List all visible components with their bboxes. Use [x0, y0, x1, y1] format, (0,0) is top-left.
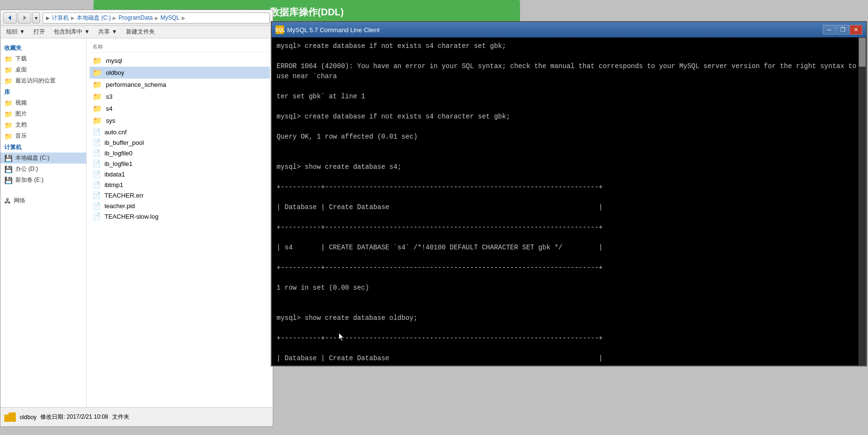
mysql-titlebar: SQL MySQL 5.7 Command Line Client ─ ❐ ✕ — [272, 22, 866, 37]
file-explorer-sidebar: 收藏夹 📁 下载 📁 桌面 📁 最近访问的位置 库 📁 视频 📁 图片 — [0, 38, 87, 416]
sidebar-item-documents[interactable]: 📁 文档 — [0, 119, 86, 130]
menu-organize[interactable]: 组织 ▼ — [4, 27, 27, 37]
list-item[interactable]: 📄 ib_logfile1 — [90, 158, 270, 169]
network-icon: 🖧 — [4, 197, 11, 205]
sidebar-section-favorites: 收藏夹 — [0, 42, 86, 53]
folder-icon: 📁 — [93, 116, 102, 125]
menu-open[interactable]: 打开 — [32, 27, 47, 37]
terminal-line: +----------+----------------------------… — [277, 223, 861, 233]
file-label: ib_logfile0 — [104, 150, 133, 157]
file-doc-icon: 📄 — [93, 160, 101, 167]
sidebar-item-pictures[interactable]: 📁 图片 — [0, 108, 86, 119]
list-item[interactable]: 📄 ib_logfile0 — [90, 148, 270, 158]
nav-buttons: ▾ — [3, 12, 40, 24]
file-label: auto.cnf — [104, 129, 127, 136]
list-item[interactable]: 📄 TEACHER.err — [90, 190, 270, 200]
list-item[interactable]: 📄 teacher.pid — [90, 200, 270, 211]
sidebar-label: 视频 — [15, 99, 27, 107]
sidebar-section-computer: 计算机 — [0, 141, 86, 153]
list-item[interactable]: 📁 performance_schema — [90, 79, 270, 91]
sidebar-item-new-volume[interactable]: 💾 新加卷 (E:) — [0, 175, 86, 186]
file-explorer-body: 收藏夹 📁 下载 📁 桌面 📁 最近访问的位置 库 📁 视频 📁 图片 — [0, 38, 273, 416]
menu-share[interactable]: 共享 ▼ — [96, 27, 119, 37]
terminal-line: ERROR 1064 (42000): You have an error in… — [277, 61, 861, 82]
terminal-line: +----------+----------------------------… — [277, 263, 861, 273]
svg-marker-1 — [23, 15, 26, 20]
sidebar-item-downloads[interactable]: 📁 下载 — [0, 53, 86, 64]
list-item[interactable]: 📁 mysql — [90, 55, 270, 67]
disk-icon: 💾 — [4, 165, 12, 173]
nav-dropdown[interactable]: ▾ — [32, 12, 40, 24]
folder-icon: 📁 — [93, 80, 102, 89]
list-item[interactable]: 📄 auto.cnf — [90, 127, 270, 137]
menu-include-library[interactable]: 包含到库中 ▼ — [52, 27, 92, 37]
file-label: mysql — [106, 57, 122, 64]
list-item[interactable]: 📄 ibtmp1 — [90, 179, 270, 190]
addr-computer[interactable]: 计算机 — [52, 14, 69, 22]
file-label: performance_schema — [106, 81, 166, 88]
address-bar[interactable]: ▶ 计算机 ▶ 本地磁盘 (C:) ▶ ProgramData ▶ MySQL … — [43, 12, 270, 24]
sidebar-item-desktop[interactable]: 📁 桌面 — [0, 64, 86, 75]
mysql-scrollbar[interactable] — [858, 37, 866, 365]
sidebar-item-recent[interactable]: 📁 最近访问的位置 — [0, 75, 86, 86]
list-item[interactable]: 📁 oldboy — [90, 67, 270, 79]
mysql-window-title: MySQL 5.7 Command Line Client — [287, 26, 823, 34]
terminal-line: | Database | Create Database | — [277, 353, 861, 364]
file-explorer-toolbar: ▾ ▶ 计算机 ▶ 本地磁盘 (C:) ▶ ProgramData ▶ MySQ… — [0, 10, 273, 26]
file-label: ib_buffer_pool — [104, 139, 144, 146]
terminal-line: +----------+----------------------------… — [277, 333, 861, 343]
terminal-line: mysql> create database if not exists s4 … — [277, 41, 861, 51]
file-label: teacher.pid — [104, 202, 135, 210]
list-item[interactable]: 📁 s4 — [90, 103, 270, 115]
sidebar-item-network[interactable]: 🖧 网络 — [0, 195, 86, 206]
sidebar-label: 办公 (D:) — [15, 165, 38, 173]
folder-icon: 📁 — [4, 55, 12, 63]
file-label: oldboy — [106, 69, 124, 76]
folder-icon: 📁 — [93, 92, 102, 101]
file-explorer-menubar: 组织 ▼ 打开 包含到库中 ▼ 共享 ▼ 新建文件夹 — [0, 26, 273, 38]
folder-icon: 📁 — [4, 110, 12, 118]
file-doc-icon: 📄 — [93, 202, 101, 210]
file-doc-icon: 📄 — [93, 191, 101, 199]
minimize-button[interactable]: ─ — [823, 25, 835, 35]
addr-programdata[interactable]: ProgramData — [118, 14, 152, 21]
list-item[interactable]: 📄 ib_buffer_pool — [90, 137, 270, 148]
addr-mysql[interactable]: MySQL — [161, 14, 180, 21]
close-button[interactable]: ✕ — [850, 25, 862, 35]
restore-button[interactable]: ❐ — [836, 25, 849, 35]
sidebar-item-video[interactable]: 📁 视频 — [0, 97, 86, 108]
folder-icon: 📁 — [93, 68, 102, 77]
file-label: ibtmp1 — [104, 181, 123, 188]
file-doc-icon: 📄 — [93, 181, 101, 188]
folder-icon: 📁 — [4, 132, 12, 140]
back-button[interactable] — [3, 12, 17, 24]
status-folder-name: oldboy — [20, 414, 36, 421]
file-label: ib_logfile1 — [104, 160, 133, 167]
file-label: s3 — [106, 93, 113, 100]
status-type: 文件夹 — [112, 413, 129, 421]
list-item[interactable]: 📁 s3 — [90, 91, 270, 103]
sidebar-section-library: 库 — [0, 86, 86, 97]
file-doc-icon: 📄 — [93, 128, 101, 136]
list-item[interactable]: 📁 sys — [90, 115, 270, 127]
file-label: TEACHER-slow.log — [104, 213, 159, 220]
sidebar-label: 网络 — [14, 197, 25, 205]
file-explorer-window: ▾ ▶ 计算机 ▶ 本地磁盘 (C:) ▶ ProgramData ▶ MySQ… — [0, 10, 273, 427]
list-item[interactable]: 📄 TEACHER-slow.log — [90, 211, 270, 222]
file-explorer-statusbar: oldboy 修改日期: 2017/2/21 10:08 文件夹 — [0, 407, 273, 426]
sidebar-label: 新加卷 (E:) — [15, 176, 44, 184]
sidebar-item-music[interactable]: 📁 音乐 — [0, 130, 86, 141]
sidebar-item-office-disk[interactable]: 💾 办公 (D:) — [0, 164, 86, 175]
sidebar-item-local-disk[interactable]: 💾 本地磁盘 (C:) — [0, 153, 86, 164]
terminal-line: mysql> show create database oldboy; — [277, 313, 861, 323]
sidebar-label: 下载 — [15, 55, 27, 63]
mysql-scroll-thumb[interactable] — [859, 38, 866, 67]
menu-new-folder[interactable]: 新建文件夹 — [124, 27, 157, 37]
sidebar-label: 图片 — [15, 110, 27, 118]
list-item[interactable]: 📄 ibdata1 — [90, 169, 270, 179]
terminal-line: mysql> create database if not exists s4 … — [277, 112, 861, 122]
file-label: TEACHER.err — [104, 192, 144, 199]
forward-button[interactable] — [18, 12, 31, 24]
status-modified: 修改日期: 2017/2/21 10:08 — [40, 413, 108, 421]
addr-drive[interactable]: 本地磁盘 (C:) — [77, 14, 111, 22]
